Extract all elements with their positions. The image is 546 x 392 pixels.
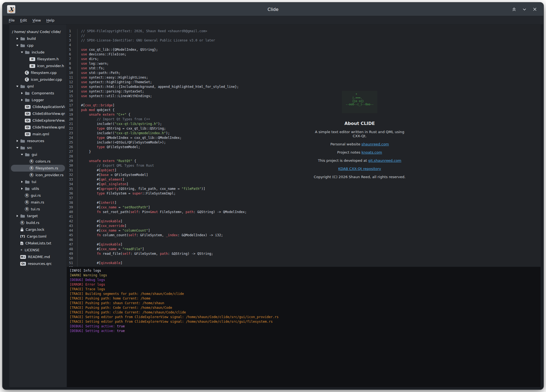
code-line: 39 #[cxx_name = "setRootPath"]: [67, 205, 541, 210]
dev-repo-link[interactable]: git.shaunreed.com: [368, 158, 401, 163]
menu-view[interactable]: View: [30, 17, 43, 23]
code-line: 37: [67, 196, 541, 201]
tree-item-label: ClideApplicationView.qml: [32, 105, 65, 109]
tree-item-target[interactable]: target: [11, 213, 65, 219]
code-text: use std::fs;: [77, 66, 541, 71]
code-text: use log::warn;: [77, 61, 541, 66]
code-text: use devicons::FileIcon;: [77, 52, 541, 57]
ascii-art: * |.===. {}o o{} --ooO--(_)--Ooo--: [342, 91, 377, 113]
tree-item-resources[interactable]: resources: [11, 137, 65, 144]
tree-root-path[interactable]: / home/ shaun/ Code/ clide/: [9, 28, 67, 35]
code-text: fn set_root_path(self: Pin<&mut FileSyst…: [77, 210, 541, 214]
cpp-file-icon: C: [25, 71, 29, 75]
tree-item-clideexplorerview-qml[interactable]: QtClideExplorerView.qml: [11, 117, 65, 124]
line-number: 16: [67, 98, 77, 103]
tree-item-gui-rs[interactable]: Rgui.rs: [11, 192, 65, 199]
chevron-collapsed-icon: [16, 215, 20, 217]
code-line: 51 #[qinvokable]: [67, 261, 541, 265]
tree-item-colors-rs[interactable]: Rcolors.rs: [11, 158, 65, 165]
code-line: 20 // Import Qt Types from C++: [67, 117, 541, 122]
close-button[interactable]: [531, 5, 539, 13]
menu-edit[interactable]: Edit: [18, 17, 29, 23]
code-line: 27 }: [67, 149, 541, 154]
tree-item-label: filesystem.rs: [35, 166, 58, 170]
tree-item-filesystem-cpp[interactable]: Cfilesystem.cpp: [11, 69, 65, 76]
folder-open-icon: [20, 85, 25, 88]
kdab-repo-link[interactable]: KDAB CXX-Qt repository: [338, 167, 381, 171]
line-number: 3: [67, 38, 77, 43]
line-number: 21: [67, 122, 77, 126]
log-panel[interactable]: [INFO] Info logs[WARN] Warning logs[DEBU…: [67, 267, 541, 387]
license-star-icon: ✶: [20, 248, 23, 252]
personal-website-link[interactable]: shaunreed.com: [362, 142, 389, 146]
file-explorer[interactable]: / home/ shaun/ Code/ clide/buildcppinclu…: [9, 25, 67, 387]
tree-item-qml[interactable]: qml: [11, 83, 65, 90]
tree-item-cpp[interactable]: cpp: [11, 42, 65, 49]
tree-item-include[interactable]: include: [11, 49, 65, 56]
code-line: 9use std::fs;: [67, 66, 541, 71]
code-text: #[cxx_name = "readFile"]: [77, 247, 541, 252]
tree-item-clidetreeview-qml[interactable]: QtClideTreeView.qml: [11, 124, 65, 131]
tree-item-tui[interactable]: tui: [11, 178, 65, 185]
code-text: #[qproperty(QString, file_path, cxx_name…: [77, 187, 541, 191]
tree-item-cargo-lock[interactable]: Cargo.lock: [11, 226, 65, 233]
tree-item-icon-provider-rs[interactable]: Ricon_provider.rs: [11, 172, 65, 178]
about-description: A simple text editor written in Rust and…: [313, 130, 406, 138]
tree-item-gui[interactable]: gui: [11, 151, 65, 158]
tree-item-clideeditorview-qml[interactable]: QtClideEditorView.qml: [11, 110, 65, 117]
tree-item-components[interactable]: Components: [11, 90, 65, 97]
rust-file-icon: R: [29, 166, 34, 170]
lower-button[interactable]: [520, 5, 529, 13]
tree-item-cargo-toml[interactable]: [T]Cargo.toml: [11, 233, 65, 240]
tree-item-license[interactable]: ✶LICENSE: [11, 247, 65, 253]
tree-item-icon-provider-h[interactable]: Hicon_provider.h: [11, 62, 65, 69]
log-line: [TRACE] Pushing path: shaun Current: /ho…: [70, 301, 538, 306]
tree-item-label: ClideEditorView.qml: [32, 112, 65, 116]
chevron-collapsed-icon: [21, 187, 25, 190]
line-number: 34: [67, 182, 77, 187]
about-title: About CLIDE: [313, 121, 406, 126]
titlebar[interactable]: X Clide: [3, 3, 543, 16]
tree-item-main-qml[interactable]: Qtmain.qml: [11, 131, 65, 137]
line-number: 17: [67, 103, 77, 108]
code-text: //: [77, 34, 541, 38]
tree-item-cmakelists-txt[interactable]: CMakeLists.txt: [11, 240, 65, 247]
code-line: 40 fn set_root_path(self: Pin<&mut FileS…: [67, 210, 541, 214]
menu-file[interactable]: File: [7, 17, 17, 23]
code-line: 16: [67, 98, 541, 103]
tree-item-readme-md[interactable]: M↓README.md: [11, 253, 65, 260]
project-notes-link[interactable]: knoats.com: [362, 150, 382, 154]
code-line: 32 #[base = QFileSystemModel]: [67, 173, 541, 177]
code-text: // SPDX-License-Identifier: GNU General …: [77, 38, 541, 43]
code-text: use dirs;: [77, 57, 541, 61]
tree-item-filesystem-rs[interactable]: Rfilesystem.rs: [11, 165, 65, 172]
tree-item-icon-provider-cpp[interactable]: Cicon_provider.cpp: [11, 76, 65, 83]
tree-item-resources-qrc[interactable]: Qtresources.qrc: [11, 260, 65, 267]
code-line: 7use dirs;: [67, 57, 541, 61]
code-editor[interactable]: 1// SPDX-FileCopyrightText: 2026, Shaun …: [67, 25, 541, 267]
about-notes: Project notes knoats.com: [313, 150, 406, 154]
cpp-file-icon: C: [25, 77, 29, 82]
tree-item-build[interactable]: build: [11, 35, 65, 42]
code-line: 15use syntect::util::LinesWithEndings;: [67, 94, 541, 98]
tree-item-src[interactable]: src: [11, 144, 65, 151]
line-number: 9: [67, 66, 77, 71]
line-number: 26: [67, 145, 77, 149]
line-number: 41: [67, 214, 77, 219]
about-dev: This project is developed at git.shaunre…: [313, 158, 406, 163]
shade-button[interactable]: [510, 5, 518, 13]
about-personal: Personal website shaunreed.com: [313, 142, 406, 146]
code-text: use syntect::highlighting::ThemeSet;: [77, 80, 541, 85]
code-line: 24 type QModelIndex = cxx_qt_lib::QModel…: [67, 136, 541, 140]
tree-item-clideapplicationview-qml[interactable]: QtClideApplicationView.qml: [11, 103, 65, 110]
tree-item-utils[interactable]: utils: [11, 185, 65, 192]
tree-item-main-rs[interactable]: Rmain.rs: [11, 199, 65, 206]
menu-help[interactable]: Help: [44, 17, 57, 23]
log-line: [INFO] Info logs: [70, 268, 538, 273]
tree-item-label: ClideExplorerView.qml: [32, 118, 65, 122]
tree-item-tui-rs[interactable]: Rtui.rs: [11, 206, 65, 213]
tree-item-build-rs[interactable]: Rbuild.rs: [11, 219, 65, 226]
tree-item-filesystem-h[interactable]: Hfilesystem.h: [11, 56, 65, 62]
log-line: [TRACE] Setting editor path from ClideEx…: [70, 315, 538, 319]
tree-item-logger[interactable]: Logger: [11, 97, 65, 103]
